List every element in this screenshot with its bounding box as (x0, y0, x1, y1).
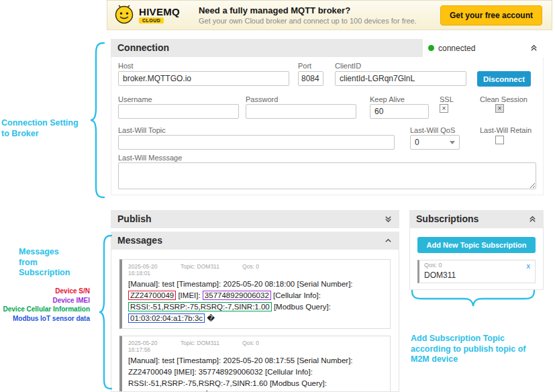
dropdown-arrow-icon (450, 141, 455, 144)
get-free-account-button[interactable]: Get your free account (440, 5, 542, 26)
host-input[interactable] (118, 71, 289, 86)
ssl-checkbox[interactable]: × (440, 104, 448, 113)
subscriptions-collapse-button[interactable] (525, 212, 540, 227)
message-line: [Manual]: test [Timestamp]: 2025-05-20 0… (128, 279, 384, 290)
legend-modbus-data: Modbus IoT sensor data (3, 314, 90, 324)
subscriptions-body: Add New Topic Subscription Qos: 0 x DOM3… (409, 228, 544, 290)
hivemq-banner: HIVEMQ CLOUD Need a fully managed MQTT b… (107, 0, 552, 30)
double-chevron-up-icon (529, 44, 538, 52)
message-topic: Topic: DOM311 (181, 263, 242, 277)
add-subscription-button[interactable]: Add New Topic Subscription (417, 237, 536, 253)
message-timestamp: 2025-05-20 16:17:56 (128, 340, 181, 353)
port-input[interactable] (298, 71, 323, 86)
password-label: Password (246, 95, 278, 103)
clientid-label: ClientID (335, 62, 361, 70)
banner-headline: Need a fully managed MQTT broker? (199, 5, 417, 15)
message-line: ZZ24700049 [IMEI]: 357748929006032 [Cell… (128, 366, 384, 378)
connection-brace-icon (89, 42, 105, 199)
message-field-legend: Device S/N Device IMEI Device Cellular I… (3, 287, 90, 323)
banner-subline: Get your own Cloud broker and connect up… (199, 17, 417, 25)
connection-annotation: Connection Setting to Broker (1, 118, 95, 139)
publish-title: Publish (111, 210, 381, 228)
ssl-label: SSL (440, 95, 454, 103)
cloud-badge: CLOUD (139, 17, 164, 23)
message-timestamp: 2025-05-20 16:18:01 (128, 263, 181, 277)
publish-expand-button[interactable] (381, 212, 395, 227)
banner-text: Need a fully managed MQTT broker? Get yo… (199, 5, 417, 25)
lastwill-retain-checkbox[interactable] (495, 136, 504, 144)
lastwill-message-textarea[interactable] (118, 162, 536, 189)
message-card: 2025-05-20 16:18:01 Topic: DOM311 Qos: 0… (119, 259, 391, 329)
message-qos: Qos: 0 (242, 263, 259, 277)
lastwill-qos-label: Last-Will QoS (410, 126, 455, 134)
clean-session-label: Clean Session (480, 95, 527, 103)
status-text: connected (438, 44, 522, 53)
connection-status: connected (423, 39, 544, 57)
cellular-highlight: RSSI:-51,RSRP:-75,RSRQ:-7,SINR:1.00 (128, 302, 272, 311)
legend-device-sn: Device S/N (3, 287, 90, 296)
messages-list: 2025-05-20 16:18:01 Topic: DOM311 Qos: 0… (111, 250, 399, 392)
modbus-label: [Modbus Query]: (274, 303, 331, 311)
subscription-item: Qos: 0 x DOM311 (417, 260, 536, 283)
messages-annotation: Messages from Subscription (19, 247, 70, 279)
subscription-brace-icon (411, 289, 536, 311)
password-input[interactable] (246, 104, 356, 119)
connection-title: Connection (111, 39, 423, 57)
messages-brace-icon (98, 234, 113, 390)
clean-session-checkbox[interactable]: × (495, 104, 504, 113)
clientid-input[interactable] (335, 71, 466, 86)
imei-label: [IMEI]: (178, 291, 200, 299)
message-line: [Manual]: test [Timestamp]: 2025-05-20 0… (128, 355, 384, 366)
replacement-char: � (207, 314, 215, 322)
connection-form: Host Port ClientID Disconnect Username P… (111, 57, 544, 195)
messages-collapse-button[interactable] (381, 234, 395, 248)
lastwill-qos-value: 0 (415, 138, 419, 147)
legend-device-imei: Device IMEI (3, 296, 90, 305)
message-line: RSSI:-51,RSRP:-75,RSRQ:-7,SINR:1.00 [Mod… (128, 301, 384, 313)
modbus-highlight: 01:03:02:04:a1:7b:3c (128, 313, 205, 323)
hivemq-logo[interactable]: HIVEMQ CLOUD (114, 4, 180, 27)
lastwill-retain-label: Last-Will Retain (480, 126, 532, 134)
subscription-qos: Qos: 0 (424, 262, 442, 270)
subscriptions-title: Subscriptions (409, 210, 525, 228)
keepalive-label: Keep Alive (370, 95, 405, 103)
double-chevron-down-icon (384, 215, 393, 224)
chevron-up-icon (384, 236, 393, 245)
subscription-annotation: Add Subscription Topic according to publ… (411, 334, 548, 365)
message-card: 2025-05-20 16:17:56 Topic: DOM311 Qos: 0… (119, 336, 391, 392)
status-dot-icon (428, 45, 434, 51)
legend-device-cellular: Device Cellular Information (3, 305, 90, 314)
message-qos: Qos: 0 (242, 340, 259, 353)
logo-title: HIVEMQ (139, 7, 180, 17)
message-line: 01:03:02:04:a1:7b:3c � (128, 389, 384, 392)
username-label: Username (118, 95, 152, 103)
lastwill-qos-select[interactable]: 0 (410, 135, 460, 150)
host-label: Host (118, 62, 134, 70)
message-line: 01:03:02:04:a1:7b:3c � (128, 313, 384, 324)
message-line: RSSI:-51,RSRP:-75,RSRQ:-7,SINR:1.60 [Mod… (128, 378, 384, 389)
connection-panel: Connection connected Host Port ClientID … (111, 39, 544, 195)
serial-number-highlight: ZZ24700049 (128, 291, 176, 300)
double-chevron-up-icon (528, 215, 537, 224)
imei-highlight: 357748929006032 (203, 291, 271, 300)
messages-title: Messages (111, 232, 381, 250)
message-topic: Topic: DOM311 (181, 340, 242, 353)
message-line: ZZ24700049 [IMEI]: 357748929006032 [Cell… (128, 290, 384, 301)
port-label: Port (298, 62, 311, 70)
subscription-topic: DOM311 (424, 271, 530, 280)
disconnect-button[interactable]: Disconnect (477, 71, 531, 87)
lastwill-message-label: Last-Will Messsage (118, 154, 182, 162)
keepalive-input[interactable] (370, 104, 429, 119)
lastwill-topic-label: Last-Will Topic (118, 126, 166, 134)
lastwill-topic-input[interactable] (118, 135, 395, 150)
bee-icon (114, 4, 134, 27)
subscription-close-button[interactable]: x (527, 262, 531, 270)
messages-panel: Messages 2025-05-20 16:18:01 Topic: DOM3… (111, 232, 399, 392)
screen: HIVEMQ CLOUD Need a fully managed MQTT b… (0, 0, 555, 392)
connection-collapse-button[interactable] (526, 41, 541, 56)
subscriptions-panel: Subscriptions Add New Topic Subscription… (409, 210, 544, 290)
username-input[interactable] (118, 104, 239, 119)
publish-panel: Publish (111, 210, 399, 228)
cellular-label: [Cellular Info]: (273, 291, 321, 299)
